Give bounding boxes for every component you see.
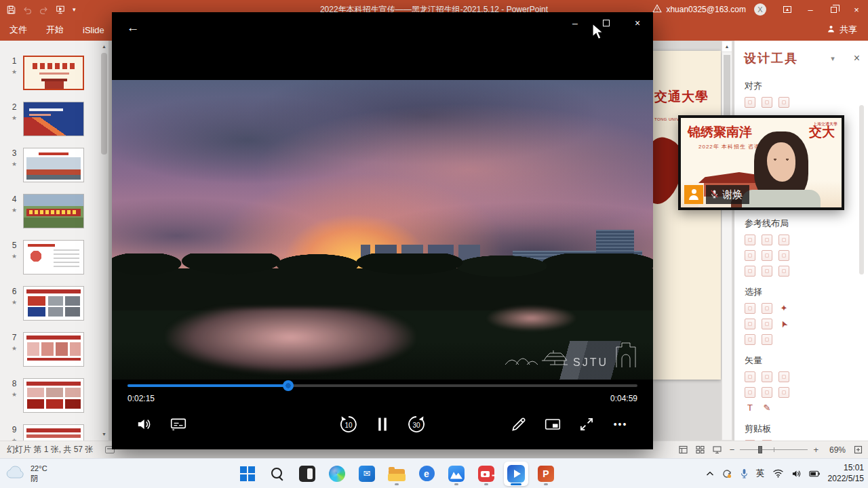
mail-app-icon[interactable]: ✉ xyxy=(355,462,379,486)
align-right-icon[interactable] xyxy=(778,97,789,108)
wifi-icon[interactable] xyxy=(772,469,784,478)
meeting-app-icon[interactable] xyxy=(444,462,469,486)
taskbar-clock[interactable]: 15:01 2022/5/15 xyxy=(828,463,864,484)
slide-thumbnail[interactable] xyxy=(23,56,84,90)
slide-area-scrollbar[interactable]: ▲ xyxy=(722,41,732,441)
redo-icon[interactable] xyxy=(39,5,48,14)
tab-home[interactable]: 开始 xyxy=(46,24,64,36)
seek-bar[interactable] xyxy=(127,384,637,387)
align-center-icon[interactable] xyxy=(762,97,772,108)
media-player-app-icon[interactable] xyxy=(504,462,528,486)
more-options-button[interactable]: ••• xyxy=(607,411,634,438)
slide-thumbnail-item[interactable]: 4★ xyxy=(5,194,99,228)
search-button[interactable] xyxy=(265,462,290,486)
e-circle-app-icon[interactable]: e xyxy=(414,462,439,486)
boolean-combine-icon[interactable] xyxy=(778,387,789,398)
undo-icon[interactable] xyxy=(23,5,32,14)
vector-pen-icon[interactable]: ✎ xyxy=(762,403,772,413)
forward-30-button[interactable]: 30 xyxy=(403,411,430,438)
tab-file[interactable]: 文件 xyxy=(9,24,27,36)
select-same-outline-icon[interactable] xyxy=(762,303,772,314)
webcam-overlay[interactable]: 锦绣聚南洋 交大 2022年 本科招生 咨询 上海交通大學 谢焕 xyxy=(678,115,844,210)
upload-warning-icon[interactable] xyxy=(652,3,662,16)
edit-pencil-button[interactable] xyxy=(505,411,532,438)
zoom-in-icon[interactable]: + xyxy=(813,445,818,455)
slide-thumbnail-item[interactable]: 7★ xyxy=(5,332,99,367)
select-group-icon[interactable] xyxy=(745,334,755,345)
guide-vcenter-icon[interactable] xyxy=(762,250,772,261)
captions-button[interactable] xyxy=(165,411,192,438)
zoom-out-icon[interactable]: − xyxy=(730,445,735,455)
player-close-button[interactable]: × xyxy=(622,12,653,34)
sidebar-scrollbar[interactable]: ▲ ▼ xyxy=(100,42,108,439)
edge-browser-icon[interactable] xyxy=(325,462,349,486)
account-email[interactable]: xhuan0325@163.com xyxy=(666,5,746,14)
pointer-select-icon[interactable]: ➤ xyxy=(776,317,791,331)
slide-thumbnail[interactable] xyxy=(23,378,84,413)
panel-scrollbar[interactable] xyxy=(859,78,865,432)
scroll-up-icon[interactable]: ▲ xyxy=(100,42,108,52)
slide-thumbnail[interactable] xyxy=(23,102,84,136)
guide-hdistribute-icon[interactable] xyxy=(745,266,755,277)
slide-thumbnail[interactable] xyxy=(23,424,84,441)
align-left-icon[interactable] xyxy=(745,97,755,108)
select-same-fill-icon[interactable] xyxy=(745,303,755,314)
ppt-minimize-button[interactable]: – xyxy=(799,0,822,19)
zoom-knob[interactable] xyxy=(758,446,762,453)
slide-thumbnail-item[interactable]: 5★ xyxy=(5,240,99,274)
select-same-font-icon[interactable] xyxy=(762,319,772,329)
slide-sorter-view-icon[interactable] xyxy=(696,445,705,454)
slideshow-from-start-icon[interactable] xyxy=(56,5,65,14)
scroll-down-icon[interactable]: ▼ xyxy=(100,430,108,439)
slide-thumbnail-item[interactable]: 9★ xyxy=(5,424,99,441)
boolean-subtract-icon[interactable] xyxy=(762,371,772,382)
fit-to-window-icon[interactable] xyxy=(854,445,863,454)
guide-hcenter-icon[interactable] xyxy=(762,235,772,245)
slide-thumbnail[interactable] xyxy=(23,286,84,321)
panel-menu-caret-icon[interactable]: ▾ xyxy=(831,54,835,63)
pause-button[interactable] xyxy=(369,411,396,438)
speaker-icon[interactable] xyxy=(791,469,802,479)
scrollbar-thumb[interactable] xyxy=(859,105,864,274)
player-back-button[interactable]: ← xyxy=(121,16,144,39)
video-frame[interactable]: SJTU xyxy=(112,80,653,380)
select-same-size-icon[interactable] xyxy=(745,319,755,329)
boolean-intersect-icon[interactable] xyxy=(778,371,789,382)
save-icon[interactable] xyxy=(7,5,16,14)
powerpoint-app-icon[interactable]: P xyxy=(534,462,558,486)
zoom-percentage[interactable]: 69% xyxy=(827,445,846,455)
qat-customize-caret-icon[interactable]: ▾ xyxy=(73,6,76,13)
ppt-restore-button[interactable] xyxy=(822,0,845,19)
zoom-slider[interactable]: − + xyxy=(730,445,818,455)
tray-chevron-up-icon[interactable] xyxy=(706,471,714,476)
start-button[interactable] xyxy=(235,462,260,486)
seek-knob[interactable] xyxy=(283,380,294,391)
account-avatar[interactable]: X xyxy=(754,3,766,16)
tab-islide[interactable]: iSlide xyxy=(83,25,104,35)
microphone-tray-icon[interactable] xyxy=(740,468,749,479)
slide-thumbnail-item[interactable]: 8★ xyxy=(5,378,99,413)
boolean-divide-icon[interactable] xyxy=(762,387,772,398)
slide-thumbnail[interactable] xyxy=(23,194,84,228)
guide-top-icon[interactable] xyxy=(745,250,755,261)
volume-button[interactable] xyxy=(131,411,158,438)
slideshow-view-icon[interactable] xyxy=(713,445,722,454)
guide-left-icon[interactable] xyxy=(745,235,755,245)
screen-record-app-icon[interactable] xyxy=(474,462,498,486)
slide-thumbnail-item[interactable]: 1★ xyxy=(5,56,99,90)
battery-icon[interactable] xyxy=(809,470,821,478)
slide-thumbnail[interactable] xyxy=(23,148,84,182)
ribbon-display-options-button[interactable] xyxy=(776,0,799,19)
slide-thumbnail-item[interactable]: 2★ xyxy=(5,102,99,136)
zoom-track[interactable] xyxy=(740,449,808,450)
player-minimize-button[interactable]: – xyxy=(559,12,591,34)
normal-view-icon[interactable] xyxy=(679,445,688,454)
dark-app-icon[interactable] xyxy=(295,462,319,486)
rewind-10-button[interactable]: 10 xyxy=(335,411,362,438)
boolean-union-icon[interactable] xyxy=(745,371,755,382)
panel-close-icon[interactable]: × xyxy=(854,52,860,64)
slide-thumbnail-item[interactable]: 6★ xyxy=(5,286,99,321)
ppt-close-button[interactable]: × xyxy=(845,0,868,19)
guide-right-icon[interactable] xyxy=(778,235,789,245)
file-explorer-icon[interactable] xyxy=(384,462,409,486)
